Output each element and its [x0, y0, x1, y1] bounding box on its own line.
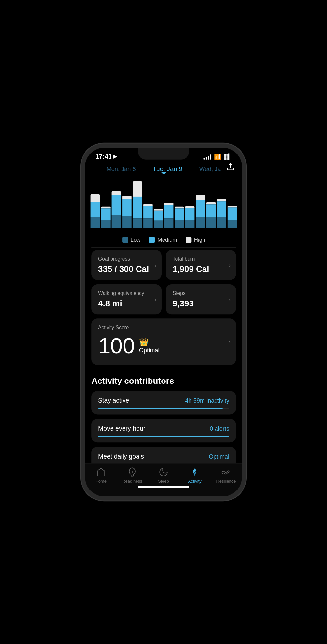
bar-medium-9 — [185, 208, 194, 220]
bar-12 — [217, 199, 226, 228]
goal-progress-card[interactable]: Goal progress 335 / 300 Cal › — [91, 250, 162, 280]
bar-low-11 — [206, 218, 215, 228]
activity-chart — [85, 174, 242, 233]
contributor-name-1: Move every hour — [98, 425, 145, 432]
bar-high-4 — [133, 181, 142, 197]
share-button[interactable] — [226, 162, 235, 174]
legend-medium-dot — [149, 237, 155, 243]
nav-resilience-label: Resilience — [216, 479, 236, 483]
bar-group-13 — [227, 177, 236, 228]
legend-low: Low — [122, 236, 140, 243]
bar-10 — [196, 195, 205, 228]
prev-date[interactable]: Mon, Jan 8 — [98, 165, 144, 172]
bar-medium-11 — [206, 205, 215, 218]
contributor-header-1: Move every hour0 alerts — [98, 425, 229, 432]
bar-group-6 — [153, 177, 163, 228]
activity-score-label: Activity Score — [98, 325, 229, 330]
bar-low-6 — [153, 221, 163, 228]
activity-score-card[interactable]: Activity Score 100 👑 Optimal › — [91, 319, 236, 365]
bar-low-10 — [196, 217, 205, 228]
signal-icon — [204, 154, 211, 159]
bar-low-3 — [122, 216, 131, 228]
bar-medium-5 — [143, 206, 152, 219]
bar-high-7 — [164, 203, 173, 205]
nav-home[interactable]: Home — [85, 467, 117, 484]
contributor-bar-fill-1 — [98, 436, 229, 437]
steps-arrow: › — [229, 296, 231, 303]
bar-low-2 — [111, 215, 121, 228]
bar-9 — [185, 206, 194, 228]
steps-card[interactable]: Steps 9,393 › — [166, 284, 236, 314]
bar-group-4 — [133, 177, 142, 228]
bar-medium-12 — [217, 202, 226, 217]
bar-medium-1 — [101, 209, 110, 220]
chart-bars-container — [89, 177, 238, 228]
cards-row-2: Walking equivalency 4.8 mi › Steps 9,393… — [91, 284, 236, 314]
cards-row-1: Goal progress 335 / 300 Cal › Total burn… — [91, 250, 236, 280]
contributor-card-1[interactable]: Move every hour0 alerts — [91, 419, 236, 443]
bar-low-4 — [133, 219, 142, 228]
activity-icon — [190, 467, 200, 477]
bar-high-3 — [122, 196, 131, 199]
bar-group-5 — [143, 177, 152, 228]
bar-group-10 — [196, 177, 205, 228]
contributors-title: Activity contributors — [91, 376, 236, 386]
nav-sleep[interactable]: Sleep — [148, 467, 179, 484]
bar-6 — [153, 209, 163, 228]
goal-progress-arrow: › — [154, 262, 156, 269]
score-arrow: › — [229, 339, 231, 345]
home-indicator — [138, 486, 189, 488]
steps-label: Steps — [172, 290, 229, 296]
bar-4 — [133, 181, 142, 228]
bar-high-0 — [90, 194, 99, 202]
crown-icon: 👑 — [139, 338, 159, 347]
date-navigation: Mon, Jan 8 Tue, Jan 9 Wed, Ja — [85, 162, 242, 174]
home-icon — [96, 467, 106, 477]
chart-legend: Low Medium High — [85, 233, 242, 247]
screen-content: Mon, Jan 8 Tue, Jan 9 Wed, Ja Low — [85, 162, 242, 463]
nav-readiness-label: Readiness — [122, 479, 142, 483]
nav-items: Home Readiness Sleep Acti — [85, 467, 242, 484]
bar-group-0 — [90, 177, 99, 228]
bar-low-0 — [90, 217, 99, 228]
legend-high-label: High — [194, 236, 205, 243]
contributor-name-2: Meet daily goals — [98, 453, 144, 460]
optimal-label: Optimal — [139, 347, 159, 354]
status-time: 17:41 ▶ — [96, 153, 117, 160]
resilience-icon — [221, 467, 231, 477]
walking-equivalency-card[interactable]: Walking equivalency 4.8 mi › — [91, 284, 162, 314]
bar-medium-0 — [90, 202, 99, 217]
current-date[interactable]: Tue, Jan 9 — [144, 165, 190, 172]
walking-label: Walking equivalency — [98, 290, 155, 296]
total-burn-card[interactable]: Total burn 1,909 Cal › — [166, 250, 236, 280]
nav-activity[interactable]: Activity — [179, 467, 210, 484]
legend-low-label: Low — [130, 236, 140, 243]
bar-7 — [164, 203, 173, 228]
bar-medium-7 — [164, 205, 173, 218]
nav-resilience[interactable]: Resilience — [210, 467, 242, 484]
bar-group-12 — [217, 177, 226, 228]
walking-arrow: › — [154, 296, 156, 303]
bar-medium-13 — [227, 208, 236, 220]
bar-low-7 — [164, 219, 173, 228]
bar-medium-8 — [175, 209, 184, 220]
readiness-icon — [127, 467, 137, 477]
bar-medium-2 — [111, 195, 121, 215]
nav-readiness[interactable]: Readiness — [117, 467, 148, 484]
bar-low-5 — [143, 219, 152, 228]
contributor-card-0[interactable]: Stay active4h 59m inactivity — [91, 391, 236, 415]
location-icon: ▶ — [113, 154, 117, 159]
goal-progress-label: Goal progress — [98, 256, 155, 262]
contributor-bar-bg-1 — [98, 436, 229, 437]
legend-high: High — [185, 236, 205, 243]
contributors-list: Stay active4h 59m inactivityMove every h… — [91, 391, 236, 463]
next-date[interactable]: Wed, Ja — [191, 165, 229, 172]
contributor-card-2[interactable]: Meet daily goalsOptimal — [91, 447, 236, 463]
total-burn-arrow: › — [229, 262, 231, 269]
bar-8 — [175, 207, 184, 228]
bar-2 — [111, 191, 121, 228]
legend-medium: Medium — [149, 236, 177, 243]
bar-13 — [227, 206, 236, 228]
contributor-value-1: 0 alerts — [210, 425, 229, 432]
total-burn-label: Total burn — [172, 256, 229, 262]
